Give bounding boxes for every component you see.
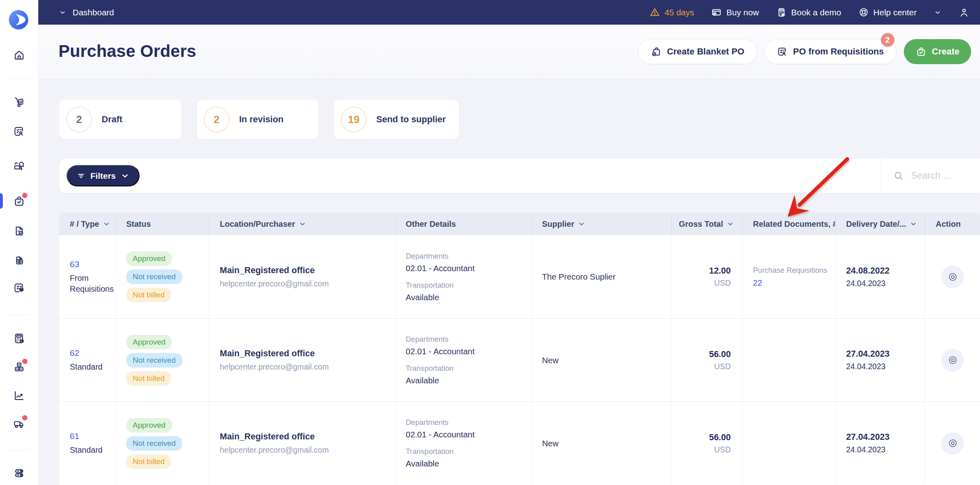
sidebar-item-inventory[interactable]: [12, 360, 26, 374]
sidebar-item-invoices[interactable]: [12, 254, 26, 268]
filter-toolbar: Filters: [59, 159, 980, 193]
create-button[interactable]: Create: [904, 39, 971, 64]
purchase-orders-table: # / Type Status Location/Purchaser Other…: [59, 213, 980, 485]
related-doc-link[interactable]: 22: [753, 278, 762, 287]
po-number-link[interactable]: 62: [70, 348, 108, 358]
view-button[interactable]: [941, 265, 964, 288]
table-header-row: # / Type Status Location/Purchaser Other…: [59, 213, 980, 235]
sort-chevron-icon: [299, 220, 306, 228]
view-button[interactable]: [941, 349, 964, 372]
table-row: 61 Standard ApprovedNot receivedNot bill…: [59, 401, 980, 485]
detail-label: Departments: [406, 418, 524, 427]
buy-now-button[interactable]: Buy now: [711, 7, 759, 18]
sidebar-item-receipts[interactable]: [12, 224, 26, 238]
column-header-delivery-date[interactable]: Delivery Date/...: [836, 213, 925, 235]
cell-status: ApprovedNot receivedNot billed: [116, 402, 209, 485]
sidebar-item-home[interactable]: [12, 48, 26, 62]
eye-icon: [947, 272, 958, 282]
po-from-requisitions-label: PO from Requisitions: [793, 46, 884, 57]
gross-total-amount: 56.00: [709, 433, 731, 443]
help-center-button[interactable]: Help center: [858, 7, 917, 18]
filters-label: Filters: [90, 171, 116, 181]
trial-countdown[interactable]: 45 days: [649, 7, 694, 18]
cell-supplier: The Precoro Suplier: [532, 235, 672, 318]
receipt-doc-check-icon: [13, 225, 25, 237]
cell-delivery-date: 27.04.2023 24.04.2023: [836, 319, 925, 401]
detail-value: Available: [406, 293, 524, 302]
column-label: Gross Total: [679, 220, 723, 229]
summary-card-draft[interactable]: 2 Draft: [59, 100, 181, 139]
filter-icon: [76, 171, 86, 181]
search-input[interactable]: [911, 170, 969, 181]
column-header-gross-total[interactable]: Gross Total: [672, 213, 742, 235]
create-blanket-po-button[interactable]: Create Blanket PO: [638, 39, 757, 64]
filters-button[interactable]: Filters: [67, 165, 140, 186]
column-label: # / Type: [70, 220, 99, 229]
summary-card-in-revision[interactable]: 2 In revision: [197, 100, 319, 139]
sidebar-item-rfq[interactable]: [12, 159, 26, 173]
search-box: [881, 159, 980, 193]
sort-chevron-icon: [910, 220, 917, 228]
column-header-status[interactable]: Status: [116, 213, 209, 235]
status-badge: Not received: [126, 436, 182, 451]
chevron-down-icon: [58, 8, 67, 17]
chevron-down-icon: [120, 171, 130, 181]
app-logo[interactable]: [9, 10, 28, 29]
book-demo-button[interactable]: Book a demo: [776, 7, 841, 18]
cell-gross-total: 12.00 USD: [672, 235, 742, 318]
summary-count: 2: [66, 107, 92, 132]
po-number-link[interactable]: 63: [70, 259, 108, 269]
summary-label: Draft: [102, 114, 130, 125]
gross-total-amount: 12.00: [709, 266, 731, 276]
status-summary-cards: 2 Draft 2 In revision 19 Send to supplie…: [59, 100, 459, 139]
cell-location-purchaser: Main_Registered office helpcenter.precor…: [209, 402, 395, 485]
column-label: Other Details: [406, 220, 456, 229]
po-from-requisitions-button[interactable]: PO from Requisitions 2: [764, 39, 897, 64]
sidebar-item-reports[interactable]: [12, 389, 26, 402]
po-type: Standard: [70, 362, 108, 372]
column-header-location-purchaser[interactable]: Location/Purchaser: [209, 213, 395, 235]
nav-dropdown-caret[interactable]: [934, 8, 942, 17]
sidebar-item-expenses[interactable]: [12, 281, 26, 295]
column-header-supplier[interactable]: Supplier: [532, 213, 672, 235]
column-label: Delivery Date/...: [846, 220, 906, 229]
user-menu[interactable]: [959, 7, 970, 18]
sidebar-item-budgets[interactable]: [12, 331, 26, 345]
eye-icon: [947, 438, 958, 449]
sort-chevron-icon: [103, 220, 110, 228]
cell-action: [925, 402, 980, 485]
sidebar-item-warehouse[interactable]: [12, 95, 26, 109]
location-name: Main_Registered office: [220, 432, 388, 442]
breadcrumb[interactable]: Dashboard: [58, 8, 114, 17]
column-label: Related Documents, #: [753, 220, 836, 229]
cell-status: ApprovedNot receivedNot billed: [116, 319, 209, 401]
column-label: Location/Purchaser: [220, 220, 295, 229]
sidebar-item-settings[interactable]: [12, 466, 26, 480]
notification-dot: [22, 415, 27, 420]
page-title: Purchase Orders: [58, 42, 196, 61]
cell-action: [925, 319, 980, 401]
column-header-action: Action: [925, 213, 980, 235]
po-number-link[interactable]: 61: [70, 431, 108, 441]
column-header-number-type[interactable]: # / Type: [59, 213, 116, 235]
book-demo-label: Book a demo: [791, 8, 841, 17]
column-header-related-documents[interactable]: Related Documents, #: [742, 213, 836, 235]
sidebar-item-shipping[interactable]: [12, 416, 26, 430]
delivery-date: 24.08.2022: [846, 266, 917, 276]
supplier-name: New: [542, 355, 664, 365]
secondary-date: 24.04.2023: [846, 445, 917, 454]
sidebar-divider: [7, 78, 31, 79]
gross-total-amount: 56.00: [709, 349, 731, 360]
cell-other-details: Departments 02.01 - Accountant Transport…: [395, 235, 532, 318]
delivery-date: 27.04.2023: [846, 349, 917, 359]
column-header-other-details[interactable]: Other Details: [395, 213, 532, 235]
summary-card-send-to-supplier[interactable]: 19 Send to supplier: [334, 100, 459, 139]
purchaser-email: helpcenter.precoro@gmail.com: [220, 279, 388, 288]
breadcrumb-label: Dashboard: [73, 8, 114, 17]
user-icon: [959, 7, 970, 18]
sidebar-item-requisitions[interactable]: [12, 124, 26, 138]
delivery-date: 27.04.2023: [846, 432, 917, 442]
view-button[interactable]: [941, 432, 964, 455]
notification-dot: [22, 359, 27, 364]
sidebar-item-purchase-orders[interactable]: [12, 194, 26, 208]
